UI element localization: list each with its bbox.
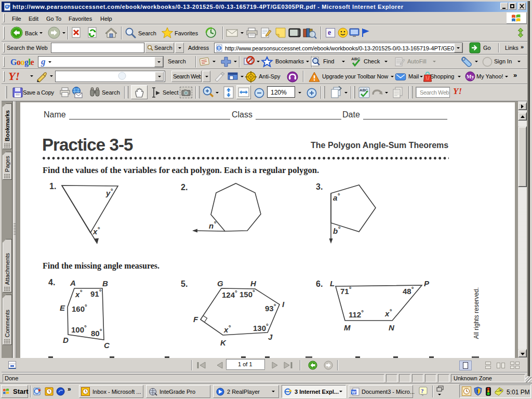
svg-text:!: ! xyxy=(477,389,478,394)
svg-text:?: ? xyxy=(421,388,424,394)
svg-text:My: My xyxy=(467,74,474,79)
svg-text:W: W xyxy=(352,390,356,395)
